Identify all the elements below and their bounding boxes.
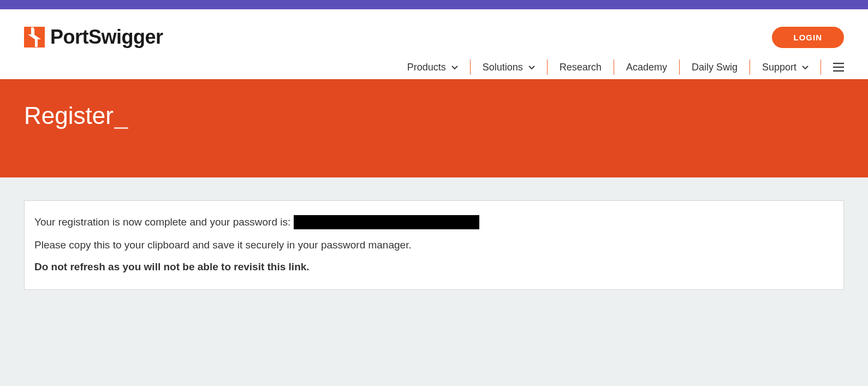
nav-item-research[interactable]: Research xyxy=(548,60,614,75)
refresh-warning: Do not refresh as you will not be able t… xyxy=(34,261,834,273)
nav-bar: Products Solutions Research Academy Dail… xyxy=(24,60,844,79)
password-line: Your registration is now complete and yo… xyxy=(34,215,834,229)
header: PortSwigger LOGIN Products Solutions Res… xyxy=(0,9,868,79)
hero-banner: Register_ xyxy=(0,79,868,177)
chevron-down-icon xyxy=(802,64,808,70)
password-prefix-text: Your registration is now complete and yo… xyxy=(34,216,290,228)
chevron-down-icon xyxy=(451,64,458,70)
page-title: Register_ xyxy=(24,102,128,129)
copy-instruction: Please copy this to your clipboard and s… xyxy=(34,239,834,251)
hamburger-menu[interactable] xyxy=(821,63,844,72)
nav-label: Daily Swig xyxy=(692,62,738,73)
nav-label: Academy xyxy=(626,62,667,73)
hamburger-icon xyxy=(833,63,844,72)
header-top: PortSwigger LOGIN xyxy=(24,9,844,60)
nav-item-academy[interactable]: Academy xyxy=(614,60,680,75)
password-redacted xyxy=(294,215,479,229)
logo-icon xyxy=(24,27,45,47)
hero-cursor: _ xyxy=(115,102,128,129)
nav-label: Solutions xyxy=(483,62,523,73)
chevron-down-icon xyxy=(528,64,535,70)
nav-label: Research xyxy=(560,62,602,73)
logo-text: PortSwigger xyxy=(50,26,163,49)
nav-item-daily-swig[interactable]: Daily Swig xyxy=(680,60,750,75)
svg-rect-2 xyxy=(833,63,844,64)
login-button[interactable]: LOGIN xyxy=(772,27,845,48)
top-banner xyxy=(0,0,868,9)
hero-title-text: Register xyxy=(24,102,114,129)
logo[interactable]: PortSwigger xyxy=(24,26,163,49)
registration-message-box: Your registration is now complete and yo… xyxy=(24,200,844,290)
nav-label: Support xyxy=(762,62,796,73)
nav-label: Products xyxy=(407,62,446,73)
svg-rect-4 xyxy=(833,70,844,72)
svg-rect-3 xyxy=(833,67,844,68)
nav-item-solutions[interactable]: Solutions xyxy=(471,60,548,75)
content-area: Your registration is now complete and yo… xyxy=(0,177,868,313)
nav-item-support[interactable]: Support xyxy=(750,60,821,75)
nav-item-products[interactable]: Products xyxy=(395,60,471,75)
nav-items: Products Solutions Research Academy Dail… xyxy=(395,60,844,75)
